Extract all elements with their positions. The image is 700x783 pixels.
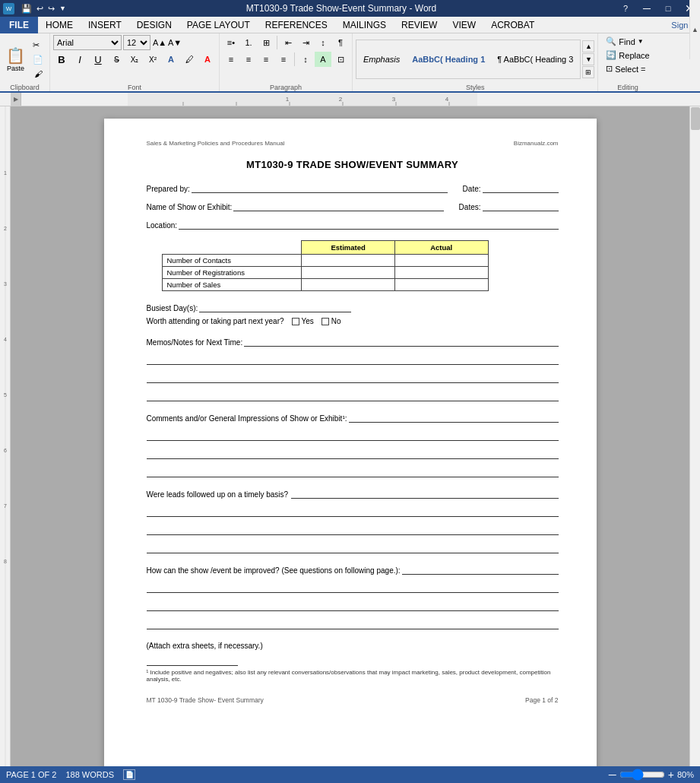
table-cell-reg-est bbox=[302, 267, 395, 279]
justify-button[interactable]: ≡ bbox=[275, 52, 292, 67]
help-button[interactable]: ? bbox=[615, 0, 636, 17]
footnote: ¹ Include positive and negatives; also l… bbox=[147, 669, 559, 683]
replace-button[interactable]: 🔄 Replace bbox=[603, 49, 652, 62]
sort-button[interactable]: ↕ bbox=[315, 35, 331, 50]
style-heading1[interactable]: AaBbC( Heading 1 bbox=[407, 52, 490, 66]
ribbon-group-styles: Emphasis AaBbC( Heading 1 ¶ AaBbC( Headi… bbox=[353, 33, 598, 91]
menu-references[interactable]: REFERENCES bbox=[258, 17, 335, 33]
decrease-font-button[interactable]: A▼ bbox=[167, 36, 181, 49]
text-highlight-button[interactable]: 🖊 bbox=[181, 52, 198, 67]
show-marks-button[interactable]: ¶ bbox=[332, 35, 349, 50]
minimize-button[interactable]: ─ bbox=[636, 0, 657, 17]
svg-text:3: 3 bbox=[4, 281, 7, 287]
table-cell-sales-est bbox=[302, 279, 395, 291]
align-left-button[interactable]: ≡ bbox=[223, 52, 239, 67]
ribbon-collapse-button[interactable]: ▲ bbox=[689, 0, 700, 59]
right-scrollbar[interactable] bbox=[689, 106, 700, 768]
table-row: Number of Sales bbox=[162, 279, 488, 291]
prepared-by-line bbox=[192, 182, 448, 193]
menu-mailings[interactable]: MAILINGS bbox=[335, 17, 394, 33]
footer-left: MT 1030-9 Trade Show- Event Summary bbox=[147, 696, 264, 704]
yes-checkbox[interactable] bbox=[292, 318, 299, 325]
svg-text:2: 2 bbox=[4, 226, 7, 231]
bullets-button[interactable]: ≡• bbox=[223, 35, 239, 50]
table-cell-contacts-act bbox=[394, 255, 488, 267]
decrease-indent-button[interactable]: ⇤ bbox=[280, 35, 296, 50]
yes-checkbox-container: Yes bbox=[292, 317, 314, 325]
table-cell-contacts: Number of Contacts bbox=[162, 255, 302, 267]
italic-button[interactable]: I bbox=[71, 52, 88, 67]
align-center-button[interactable]: ≡ bbox=[240, 52, 257, 67]
comments-label: Comments and/or General Impressions of S… bbox=[147, 414, 347, 423]
select-button[interactable]: ⊡ Select = bbox=[603, 62, 652, 75]
text-effects-button[interactable]: A bbox=[163, 52, 179, 67]
svg-text:2: 2 bbox=[339, 96, 343, 103]
leads-line bbox=[291, 488, 558, 499]
memos-blank-line-3 bbox=[147, 389, 559, 401]
styles-scroll-up[interactable]: ▲ bbox=[582, 40, 594, 52]
numbering-button[interactable]: 1. bbox=[240, 35, 257, 50]
footer-right: Page 1 of 2 bbox=[525, 696, 558, 704]
increase-indent-button[interactable]: ⇥ bbox=[297, 35, 314, 50]
menu-file[interactable]: FILE bbox=[0, 17, 38, 33]
style-emphasis[interactable]: Emphasis bbox=[358, 52, 405, 66]
customize-qat-button[interactable]: ▼ bbox=[58, 4, 68, 14]
attach-note: (Attach extra sheets, if necessary.) bbox=[147, 642, 559, 650]
svg-text:3: 3 bbox=[392, 96, 396, 103]
font-size-select[interactable]: 12 bbox=[123, 35, 150, 50]
menu-home[interactable]: HOME bbox=[38, 17, 81, 33]
paragraph-group-label: Paragraph bbox=[223, 84, 349, 91]
busiest-days-label: Busiest Day(s): bbox=[147, 304, 198, 312]
strikethrough-button[interactable]: S̶ bbox=[108, 52, 125, 67]
undo-button[interactable]: ↩ bbox=[35, 4, 45, 14]
increase-font-button[interactable]: A▲ bbox=[152, 36, 166, 49]
font-group-label: Font bbox=[53, 84, 216, 91]
cut-button[interactable]: ✂ bbox=[30, 39, 46, 52]
underline-button[interactable]: U bbox=[90, 52, 106, 67]
dates-label: Dates: bbox=[459, 203, 481, 211]
style-heading3[interactable]: ¶ AaBbC( Heading 3 bbox=[492, 52, 578, 66]
format-painter-button[interactable]: 🖌 bbox=[30, 68, 46, 80]
yes-label: Yes bbox=[302, 317, 314, 325]
no-checkbox[interactable] bbox=[321, 318, 329, 325]
borders-button[interactable]: ⊡ bbox=[332, 52, 349, 67]
comments-blank-line-2 bbox=[147, 447, 559, 459]
find-button[interactable]: 🔍 Find ▼ bbox=[603, 35, 652, 48]
redo-button[interactable]: ↪ bbox=[46, 4, 56, 14]
font-color-button[interactable]: A bbox=[199, 52, 216, 67]
menu-insert[interactable]: INSERT bbox=[81, 17, 129, 33]
styles-expand[interactable]: ⊞ bbox=[582, 66, 594, 78]
table-header-estimated: Estimated bbox=[302, 241, 395, 255]
paste-button[interactable]: 📋 Paste bbox=[3, 45, 28, 74]
menu-page-layout[interactable]: PAGE LAYOUT bbox=[179, 17, 258, 33]
menu-bar: FILE HOME INSERT DESIGN PAGE LAYOUT REFE… bbox=[0, 17, 700, 33]
styles-scroll-down[interactable]: ▼ bbox=[582, 53, 594, 65]
superscript-button[interactable]: X² bbox=[144, 52, 161, 67]
svg-text:4: 4 bbox=[445, 96, 449, 103]
app-icon: W bbox=[3, 3, 14, 14]
leads-label: Were leads followed up on a timely basis… bbox=[147, 490, 289, 499]
page-footer: MT 1030-9 Trade Show- Event Summary Page… bbox=[147, 696, 559, 704]
line-spacing-button[interactable]: ↕ bbox=[297, 52, 314, 67]
menu-review[interactable]: REVIEW bbox=[394, 17, 445, 33]
table-cell-contacts-est bbox=[302, 255, 395, 267]
save-button[interactable]: 💾 bbox=[20, 4, 33, 14]
shading-button[interactable]: A bbox=[315, 52, 331, 67]
location-line bbox=[179, 219, 558, 230]
title-bar-title: MT1030-9 Trade Show-Event Summary - Word bbox=[68, 3, 615, 14]
menu-acrobat[interactable]: ACROBAT bbox=[483, 17, 542, 33]
ribbon-group-editing: 🔍 Find ▼ 🔄 Replace ⊡ Select = Editing bbox=[598, 33, 657, 91]
title-bar-left: W 💾 ↩ ↪ ▼ bbox=[0, 3, 68, 14]
menu-view[interactable]: VIEW bbox=[445, 17, 483, 33]
copy-button[interactable]: 📄 bbox=[30, 53, 46, 66]
multilevel-button[interactable]: ⊞ bbox=[258, 35, 274, 50]
bold-button[interactable]: B bbox=[53, 52, 70, 67]
align-right-button[interactable]: ≡ bbox=[258, 52, 274, 67]
subscript-button[interactable]: X₂ bbox=[126, 52, 143, 67]
table-cell-reg-act bbox=[394, 267, 488, 279]
maximize-button[interactable]: □ bbox=[657, 0, 679, 17]
menu-design[interactable]: DESIGN bbox=[129, 17, 179, 33]
leads-blank-line-3 bbox=[147, 541, 559, 553]
font-name-select[interactable]: Arial bbox=[53, 35, 122, 50]
memos-row: Memos/Notes for Next Time: bbox=[147, 336, 559, 347]
